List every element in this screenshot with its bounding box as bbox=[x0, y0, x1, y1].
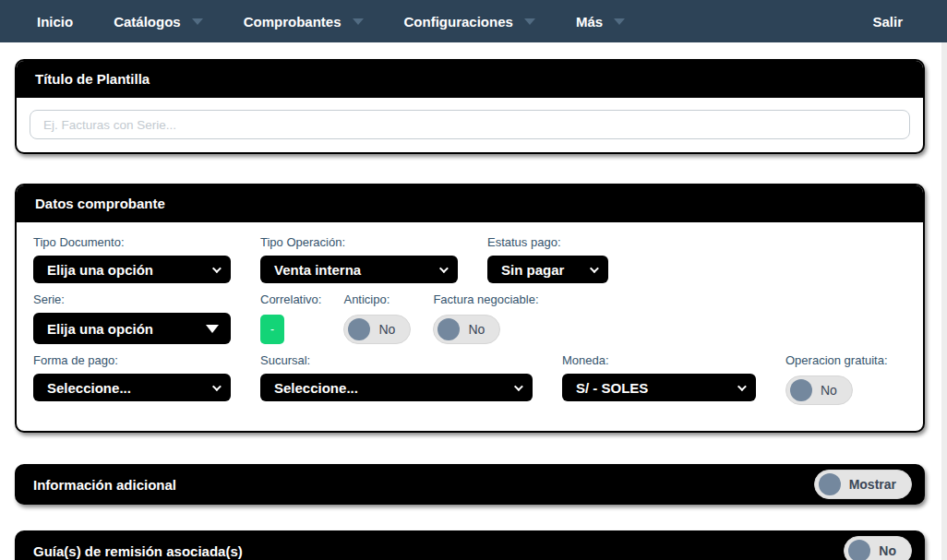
selected-value: S/ - SOLES bbox=[576, 380, 648, 396]
toggle-knob bbox=[819, 473, 841, 495]
nav-item-catalogos[interactable]: Catálogos bbox=[114, 14, 203, 30]
field-serie: Serie: Elija una opción bbox=[33, 292, 231, 344]
bar-title: Guía(s) de remisión asociada(s) bbox=[33, 543, 243, 559]
tipo-documento-select[interactable]: Elija una opción bbox=[33, 256, 231, 283]
guias-toggle[interactable]: No bbox=[844, 536, 912, 560]
nav-item-label: Inicio bbox=[37, 14, 73, 30]
nav-item-label: Catálogos bbox=[114, 14, 181, 30]
field-estatus-pago: Estatus pago: Sin pagar bbox=[487, 235, 608, 283]
panel-title: Datos comprobante bbox=[17, 185, 923, 222]
chevron-down-icon bbox=[439, 264, 449, 273]
toggle-knob bbox=[348, 318, 370, 340]
chevron-down-icon bbox=[192, 18, 203, 25]
chevron-down-icon bbox=[212, 264, 222, 273]
toggle-label: Mostrar bbox=[849, 477, 896, 492]
toggle-knob bbox=[438, 318, 460, 340]
field-sucursal: Sucursal: Seleccione... bbox=[260, 353, 533, 401]
factura-negociable-toggle[interactable]: No bbox=[433, 315, 500, 344]
selected-value: Elija una opción bbox=[47, 262, 153, 278]
guias-remision-bar: Guía(s) de remisión asociada(s) No bbox=[15, 530, 925, 560]
field-label: Tipo Operación: bbox=[260, 235, 458, 249]
nav-item-label: Comprobantes bbox=[244, 14, 342, 30]
moneda-select[interactable]: S/ - SOLES bbox=[562, 374, 756, 401]
correlativo-value-box: - bbox=[260, 315, 284, 344]
serie-select[interactable]: Elija una opción bbox=[33, 313, 231, 344]
toggle-knob bbox=[790, 379, 812, 401]
scrollbar-track bbox=[941, 42, 947, 560]
toggle-label: No bbox=[879, 543, 896, 558]
anticipo-toggle[interactable]: No bbox=[343, 315, 411, 344]
chevron-down-icon bbox=[590, 264, 599, 273]
form-row-2: Serie: Elija una opción Correlativo: - A… bbox=[33, 292, 906, 344]
field-label: Forma de pago: bbox=[33, 353, 231, 367]
field-label: Moneda: bbox=[562, 353, 756, 367]
selected-value: Venta interna bbox=[274, 262, 361, 278]
field-anticipo: Anticipo: No bbox=[343, 292, 411, 344]
nav-item-mas[interactable]: Más bbox=[576, 14, 625, 30]
estatus-pago-select[interactable]: Sin pagar bbox=[487, 256, 608, 283]
nav-item-label: Configuraciones bbox=[404, 14, 513, 30]
field-label: Factura negociable: bbox=[433, 292, 538, 306]
nav-item-label: Más bbox=[576, 14, 603, 30]
titulo-plantilla-input[interactable] bbox=[30, 110, 910, 139]
field-label: Anticipo: bbox=[343, 292, 411, 306]
nav-item-configuraciones[interactable]: Configuraciones bbox=[404, 14, 535, 30]
toggle-label: No bbox=[821, 383, 837, 398]
tipo-operacion-select[interactable]: Venta interna bbox=[260, 256, 458, 283]
field-label: Operacion gratuita: bbox=[785, 353, 888, 367]
chevron-down-icon bbox=[524, 18, 535, 25]
toggle-label: No bbox=[468, 322, 485, 337]
chevron-down-icon bbox=[212, 382, 222, 391]
forma-pago-select[interactable]: Seleccione... bbox=[33, 374, 231, 401]
toggle-label: No bbox=[378, 322, 395, 337]
caret-down-icon bbox=[206, 325, 219, 333]
form-row-3: Forma de pago: Seleccione... Sucursal: S… bbox=[33, 353, 906, 405]
panel-title: Título de Plantilla bbox=[17, 61, 923, 98]
field-correlativo: Correlativo: - bbox=[260, 292, 321, 344]
chevron-down-icon bbox=[514, 382, 523, 391]
field-operacion-gratuita: Operacion gratuita: No bbox=[785, 353, 888, 405]
nav-item-salir[interactable]: Salir bbox=[872, 14, 903, 30]
field-factura-negociable: Factura negociable: No bbox=[433, 292, 538, 344]
field-moneda: Moneda: S/ - SOLES bbox=[562, 353, 756, 401]
field-label: Correlativo: bbox=[260, 292, 321, 306]
selected-value: Sin pagar bbox=[501, 262, 564, 278]
chevron-down-icon bbox=[614, 18, 625, 25]
bar-title: Información adicional bbox=[33, 477, 176, 493]
field-label: Serie: bbox=[33, 292, 231, 306]
titulo-plantilla-panel: Título de Plantilla bbox=[15, 59, 925, 154]
informacion-adicional-bar: Información adicional Mostrar bbox=[15, 464, 925, 505]
field-label: Estatus pago: bbox=[487, 235, 608, 249]
panel-body bbox=[17, 98, 923, 152]
panel-body: Tipo Documento: Elija una opción Tipo Op… bbox=[17, 222, 923, 431]
toggle-knob bbox=[848, 540, 870, 560]
nav-item-comprobantes[interactable]: Comprobantes bbox=[244, 14, 364, 30]
nav-item-inicio[interactable]: Inicio bbox=[37, 14, 73, 30]
datos-comprobante-panel: Datos comprobante Tipo Documento: Elija … bbox=[15, 184, 925, 433]
form-row-1: Tipo Documento: Elija una opción Tipo Op… bbox=[33, 235, 906, 283]
sucursal-select[interactable]: Seleccione... bbox=[260, 374, 533, 401]
field-tipo-operacion: Tipo Operación: Venta interna bbox=[260, 235, 458, 283]
field-label: Sucursal: bbox=[260, 353, 533, 367]
chevron-down-icon bbox=[353, 18, 364, 25]
field-forma-pago: Forma de pago: Seleccione... bbox=[33, 353, 231, 401]
mostrar-toggle[interactable]: Mostrar bbox=[814, 470, 912, 499]
nav-item-label: Salir bbox=[872, 14, 903, 30]
top-navbar: Inicio Catálogos Comprobantes Configurac… bbox=[0, 0, 947, 42]
selected-value: Elija una opción bbox=[47, 321, 153, 337]
chevron-down-icon bbox=[737, 382, 747, 391]
selected-value: Seleccione... bbox=[47, 380, 131, 396]
selected-value: Seleccione... bbox=[274, 380, 358, 396]
field-tipo-documento: Tipo Documento: Elija una opción bbox=[33, 235, 231, 283]
operacion-gratuita-toggle[interactable]: No bbox=[785, 375, 853, 405]
field-label: Tipo Documento: bbox=[33, 235, 231, 249]
